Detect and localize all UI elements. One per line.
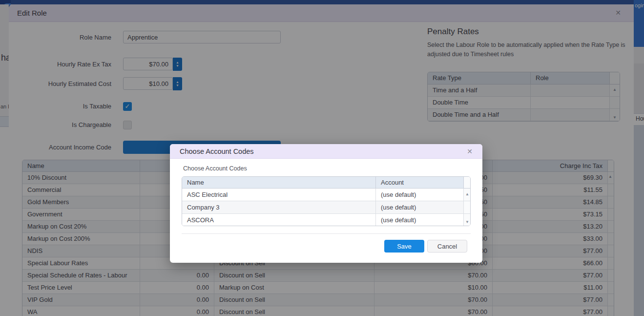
table-cell[interactable]: (use default) (375, 189, 463, 201)
table-row[interactable]: ASC Electrical(use default) (182, 189, 470, 201)
choose-modal-header: Choose Account Codes ✕ (170, 144, 482, 159)
column-header: Account (375, 177, 463, 188)
screen: ha an b ogin Hou Edit Role ✕ Role Name H… (0, 0, 644, 316)
table-cell[interactable]: (use default) (375, 214, 463, 226)
cancel-button[interactable]: Cancel (427, 240, 467, 253)
scroll-down-icon[interactable]: ▼ (465, 220, 469, 224)
save-button[interactable]: Save (384, 240, 424, 253)
column-header (463, 177, 470, 188)
choose-modal-title: Choose Account Codes (180, 147, 254, 155)
choose-account-codes-modal: Choose Account Codes ✕ Choose Account Co… (170, 144, 482, 263)
table-row[interactable]: Company 3(use default) (182, 201, 470, 214)
table-cell[interactable]: ASCORA (182, 214, 375, 226)
table-cell[interactable] (463, 201, 470, 213)
table-row[interactable]: ASCORA(use default) (182, 214, 470, 226)
table-header-row: NameAccount (182, 177, 470, 189)
close-icon[interactable]: ✕ (467, 147, 473, 155)
table-cell[interactable]: ASC Electrical (182, 189, 375, 201)
choose-modal-label: Choose Account Codes (183, 165, 247, 172)
scroll-up-icon[interactable]: ▲ (465, 192, 469, 196)
table-cell[interactable]: (use default) (375, 201, 463, 213)
account-codes-table: NameAccountASC Electrical(use default)Co… (182, 176, 471, 226)
divider (182, 233, 471, 234)
column-header: Name (182, 177, 375, 188)
table-cell[interactable]: Company 3 (182, 201, 375, 213)
